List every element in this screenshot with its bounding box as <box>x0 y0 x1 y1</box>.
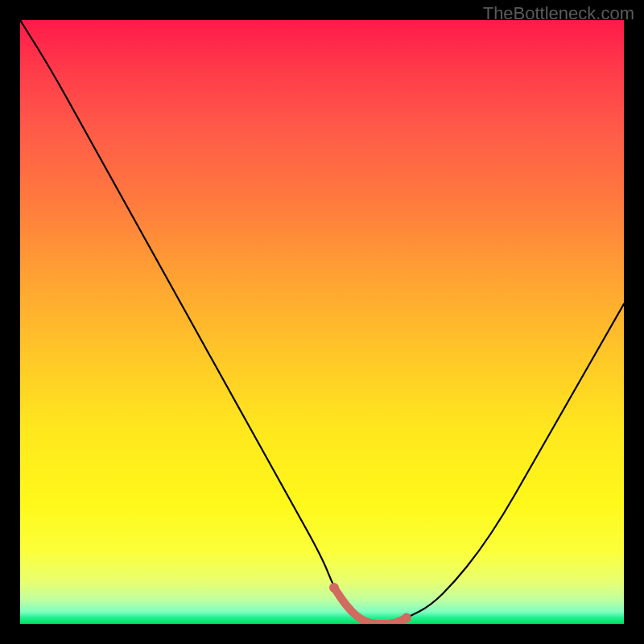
highlight-end-dot <box>402 613 411 623</box>
watermark-text: TheBottleneck.com <box>483 3 634 24</box>
highlight-start-dot <box>329 583 339 592</box>
bottleneck-curve <box>20 20 624 624</box>
curve-svg <box>20 20 624 624</box>
highlight-segment <box>334 588 407 624</box>
plot-area <box>20 20 624 624</box>
